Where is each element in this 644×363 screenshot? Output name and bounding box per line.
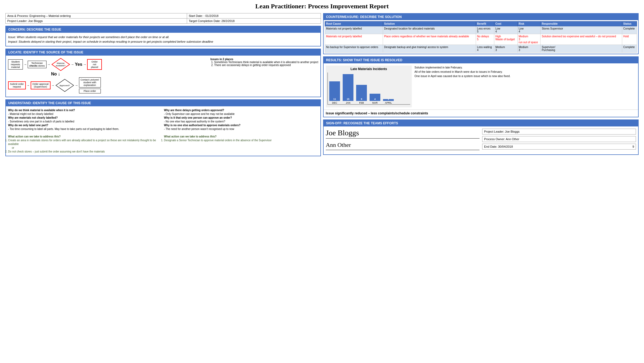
start-date: Start Date: : 01/2/2018 — [187, 13, 321, 19]
col-status: Status — [622, 21, 637, 26]
left-action-header: What action can we take to address this? — [8, 135, 162, 139]
cm-row-3: No backup for Supervisor to approve orde… — [325, 45, 637, 53]
issue-2: There are occasionaly delays in getting … — [214, 64, 318, 67]
cm-r1-status: Complete — [622, 26, 637, 34]
ua3: - Too time consuming to label all parts.… — [8, 127, 162, 131]
target-date: Target Completion Date: 28/2/2018 — [187, 19, 321, 24]
chart-wrapper: Late Materials Incidents 11 DEC 15 JAN — [326, 66, 412, 107]
fc-arrow5: → — [27, 84, 30, 87]
issues-header: Issues in 2 places — [210, 58, 233, 61]
fc-student-requests: Studentrequestsmaterial — [8, 59, 23, 70]
col-benefit: Benefit — [476, 21, 494, 26]
fc-yes-label: Yes — [75, 62, 83, 67]
sig-left: Joe Bloggs Ann Other — [326, 129, 480, 152]
cm-r3-risk: Medium3 — [517, 45, 541, 53]
right-actions-list: Designate a Senior Technician to approve… — [164, 139, 318, 142]
right-action-header: What action can we take to address this? — [164, 135, 318, 139]
fc-order-approval: Order approval(Supervisor) — [31, 81, 51, 89]
bar-april: 1 APRIL — [383, 99, 394, 104]
bar-mar-label: MAR — [372, 101, 378, 104]
uq3: Why do we only label one part? — [8, 124, 162, 127]
bar-dec-label: DEC — [332, 101, 337, 104]
col-root-cause: Root Cause — [325, 21, 383, 26]
left-action-1: Create an area in materials stores for o… — [8, 139, 162, 146]
cm-r2-rootcause: Materials not properly labelled — [325, 34, 383, 45]
sig-right: Project Leader: Joe Bloggs Process Owner… — [482, 129, 636, 152]
bar-mar: 4 MAR — [370, 94, 380, 104]
understand-grid: Why do we think material is available wh… — [8, 108, 318, 154]
cm-r2-risk: Medium3run out of space — [517, 34, 541, 45]
signoff-section: SIGN-OFF: RECOGNIZE THE TEAMS EFFORTS Jo… — [323, 119, 639, 155]
cm-r1-responsible: Stores Supervisor — [541, 26, 622, 34]
bar-chart: 11 DEC 15 JAN 9 FEB — [327, 72, 410, 105]
understand-header: UNDERSTAND: IDENTIFY THE CAUSE OF THIS I… — [6, 100, 320, 106]
sig1-text: Joe Bloggs — [326, 129, 359, 137]
fc-submit-order: Submit orderrequest — [8, 81, 26, 89]
fc-arrow3: → — [71, 63, 74, 66]
left-or: or — [12, 146, 162, 150]
ua2: - Sometimes only one part in a batch of … — [8, 120, 162, 124]
col-risk: Risk — [517, 21, 541, 26]
concern-section: CONCERN: DESCRIBE THE ISSUE Issue: When … — [5, 26, 321, 46]
left-action-2: Do not check stores – just submit the or… — [8, 150, 162, 154]
fc-down-arrow: ↓ — [58, 71, 60, 77]
rq1: Why are there delays getting orders appr… — [164, 108, 318, 112]
ra2: - No one else has approval authority in … — [164, 120, 318, 124]
sig1-name: Joe Bloggs — [326, 129, 480, 139]
fc-no-label: No — [51, 72, 57, 77]
locate-inner: Studentrequestsmaterial → Technicianchec… — [8, 58, 318, 95]
fc-approved-label: Approved? — [59, 84, 70, 87]
fc-place-order: Place order — [79, 89, 101, 93]
fc-approved-diamond: Approved? — [55, 79, 74, 92]
cm-row-2: Materials not properly labelled Place or… — [325, 34, 637, 45]
uq2: Why are materials not clearly labelled? — [8, 116, 162, 120]
results-header: RESULTS: SHOW THAT THE ISSUE IS RESOLVED — [324, 57, 638, 63]
bar-feb-label: FEB — [359, 101, 364, 104]
project-leader: Project Leader: Joe Bloggs — [6, 19, 187, 24]
ra3: - The need for another person wasn't rec… — [164, 127, 318, 131]
left-actions-list: Create an area in materials stores for o… — [8, 139, 162, 146]
fc-technician-checks: Technicianchecks stores — [28, 61, 46, 68]
flowchart-top-row: Studentrequestsmaterial → Technicianchec… — [8, 58, 208, 71]
locate-issues: Issues in 2 places Sometimes Technicians… — [210, 58, 318, 67]
col-cost: Cost — [494, 21, 517, 26]
ua1: - Material might not be clearly labelled — [8, 112, 162, 116]
chart-title: Late Materials Incidents — [327, 67, 410, 71]
cm-r2-cost: HighWaste of budget — [494, 34, 517, 45]
understand-content: Why do we think material is available wh… — [6, 106, 320, 156]
fc-contact-lecturer: Contact Lecturer/student withexplanation — [79, 77, 101, 88]
cm-r3-rootcause: No backup for Supervisor to approve orde… — [325, 45, 383, 53]
results-text: Solution implemented in late February.Al… — [414, 66, 636, 107]
concern-content: Issue: When students request that we ord… — [6, 33, 320, 46]
fc-order-not-placed: Ordernotplaced — [87, 59, 102, 70]
cm-r1-risk: Low4 — [517, 26, 541, 34]
bar-dec-val: 11 — [329, 81, 340, 101]
bar-april-label: APRIL — [385, 101, 392, 104]
flowchart-bottom-row: Submit orderrequest → Order approval(Sup… — [8, 77, 208, 93]
fc-arrow1: → — [24, 63, 27, 66]
cm-r1-rootcause: Materials not properly labelled — [325, 26, 383, 34]
info-table: Area & Process: Engineering – Material o… — [5, 13, 321, 24]
results-para: Solution implemented in late February.Al… — [414, 66, 636, 78]
rq3: Why is no one else authorised to approve… — [164, 124, 318, 127]
left-column: Area & Process: Engineering – Material o… — [5, 13, 321, 156]
fc-arrow4: → — [83, 63, 86, 66]
flowchart-no-label: No ↓ — [51, 71, 208, 77]
cm-r2-status: Hold — [622, 34, 637, 45]
understand-right: Why are there delays getting orders appr… — [164, 108, 318, 154]
cm-r3-solution: Designate backup and give training/ acce… — [383, 45, 476, 53]
fc-material-diamond: Materialavailable? — [51, 58, 70, 71]
left-actions-list2: Do not check stores – just submit the or… — [8, 150, 162, 154]
results-content: Late Materials Incidents 11 DEC 15 JAN — [324, 63, 638, 110]
countermeasure-table: Root Cause Solution Benefit Cost Risk Re… — [325, 21, 637, 53]
uq1: Why do we think material is available wh… — [8, 108, 162, 112]
results-section: RESULTS: SHOW THAT THE ISSUE IS RESOLVED… — [323, 56, 639, 117]
col-responsible: Responsible — [541, 21, 622, 26]
countermeasure-section: COUNTERMEASURE: DESCRIBE THE SOLUTION Ro… — [323, 13, 639, 54]
cm-r3-benefit: Less waiting4 — [476, 45, 494, 53]
cm-row-1: Materials not properly labelled Designat… — [325, 26, 637, 34]
concern-text: Issue: When students request that we ord… — [8, 35, 318, 44]
bar-jan-val: 15 — [343, 74, 353, 101]
fc-arrow6: → — [51, 84, 55, 87]
sig2-name: Ann Other — [326, 141, 480, 150]
